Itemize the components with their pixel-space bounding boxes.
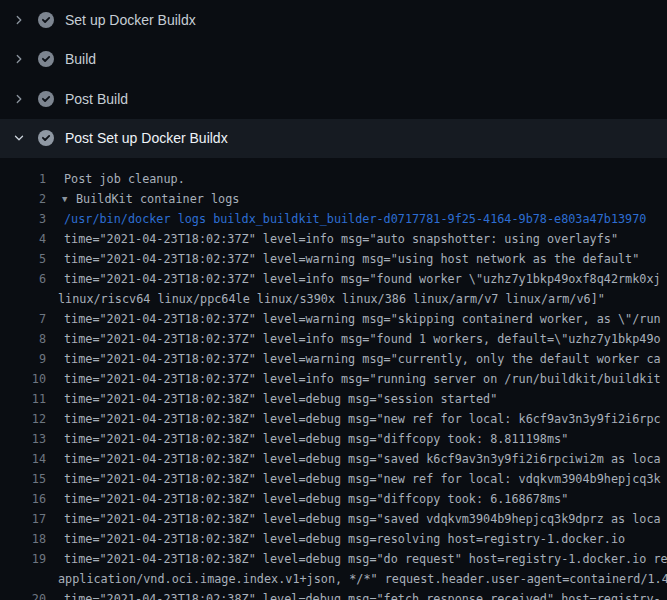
log-line-text: application/vnd.oci.image.index.v1+json,… [58,569,667,589]
log-line: 3 /usr/bin/docker logs buildx_buildkit_b… [0,209,667,229]
log-line-number[interactable]: 1 [0,169,46,189]
step-row-collapsed[interactable]: Build [0,40,667,80]
log-line-number[interactable]: 12 [0,409,46,429]
log-line-text: time="2021-04-23T18:02:38Z" level=debug … [64,529,625,549]
chevron-icon[interactable] [12,13,26,27]
log-line-number[interactable]: 8 [0,329,46,349]
log-line: 12 time="2021-04-23T18:02:38Z" level=deb… [0,409,667,429]
chevron-icon[interactable] [12,92,26,106]
log-line: 20 time="2021-04-23T18:02:38Z" level=deb… [0,589,667,600]
log-line-text: Post job cleanup. [64,169,185,189]
step-row-collapsed[interactable]: Set up Docker Buildx [0,0,667,40]
log-line-text: time="2021-04-23T18:02:38Z" level=debug … [64,449,661,469]
group-collapse-triangle-icon[interactable]: ▼ [62,189,72,209]
log-line-text: time="2021-04-23T18:02:37Z" level=info m… [64,329,661,349]
log-line-number[interactable]: 15 [0,469,46,489]
log-line: 17 time="2021-04-23T18:02:38Z" level=deb… [0,509,667,529]
log-line-number[interactable]: 2 [0,189,46,209]
step-label: Build [65,51,96,67]
check-circle-icon [38,12,54,28]
log-line-text: time="2021-04-23T18:02:37Z" level=warnin… [64,309,661,329]
log-line-text: time="2021-04-23T18:02:37Z" level=info m… [64,229,618,249]
log-line: 19 time="2021-04-23T18:02:38Z" level=deb… [0,549,667,569]
log-line-text: time="2021-04-23T18:02:37Z" level=info m… [64,269,661,289]
log-line: 7 time="2021-04-23T18:02:37Z" level=warn… [0,309,667,329]
log-line-text: time="2021-04-23T18:02:38Z" level=debug … [64,549,667,569]
log-line-text: linux/riscv64 linux/ppc64le linux/s390x … [58,289,605,309]
log-line: 1 Post job cleanup. [0,169,667,189]
log-line: 8 time="2021-04-23T18:02:37Z" level=info… [0,329,667,349]
step-row-collapsed[interactable]: Post Build [0,79,667,119]
step-label: Post Build [65,91,128,107]
log-line-text: time="2021-04-23T18:02:37Z" level=info m… [64,369,661,389]
check-circle-icon [38,130,54,146]
log-line-text: time="2021-04-23T18:02:37Z" level=warnin… [64,349,661,369]
step-row-expanded[interactable]: Post Set up Docker Buildx [0,119,667,159]
log-line-number[interactable]: 5 [0,249,46,269]
log-line-text: time="2021-04-23T18:02:38Z" level=debug … [64,429,568,449]
log-line: 15 time="2021-04-23T18:02:38Z" level=deb… [0,469,667,489]
step-label: Set up Docker Buildx [65,12,196,28]
log-line-text: time="2021-04-23T18:02:38Z" level=debug … [64,509,661,529]
log-line-number[interactable]: 14 [0,449,46,469]
log-line: 11 time="2021-04-23T18:02:38Z" level=deb… [0,389,667,409]
log-line-text: time="2021-04-23T18:02:37Z" level=warnin… [64,249,639,269]
log-line-number[interactable]: 11 [0,389,46,409]
log-line-text: /usr/bin/docker logs buildx_buildkit_bui… [64,209,646,229]
chevron-icon[interactable] [12,52,26,66]
log-line: 10 time="2021-04-23T18:02:37Z" level=inf… [0,369,667,389]
log-line-text: time="2021-04-23T18:02:38Z" level=debug … [64,389,497,409]
workflow-log-panel: Set up Docker Buildx Build Post Buil [0,0,667,600]
check-circle-icon [38,91,54,107]
log-line-number[interactable]: 13 [0,429,46,449]
log-line-number[interactable]: 10 [0,369,46,389]
log-line-number[interactable] [0,289,46,309]
log-line-number[interactable] [0,569,46,589]
log-line-number[interactable]: 16 [0,489,46,509]
log-line: 5 time="2021-04-23T18:02:37Z" level=warn… [0,249,667,269]
log-line: 18 time="2021-04-23T18:02:38Z" level=deb… [0,529,667,549]
log-area: 1 Post job cleanup. 2 ▼BuildKit containe… [0,158,667,600]
log-line-number[interactable]: 9 [0,349,46,369]
log-line: application/vnd.oci.image.index.v1+json,… [0,569,667,589]
log-line-number[interactable]: 19 [0,549,46,569]
log-line: 9 time="2021-04-23T18:02:37Z" level=warn… [0,349,667,369]
log-line: 4 time="2021-04-23T18:02:37Z" level=info… [0,229,667,249]
log-line-number[interactable]: 3 [0,209,46,229]
log-line: 13 time="2021-04-23T18:02:38Z" level=deb… [0,429,667,449]
log-line: 6 time="2021-04-23T18:02:37Z" level=info… [0,269,667,289]
log-line-number[interactable]: 6 [0,269,46,289]
log-line-text: time="2021-04-23T18:02:38Z" level=debug … [64,409,661,429]
log-line: 2 ▼BuildKit container logs [0,189,667,209]
log-line-text: time="2021-04-23T18:02:38Z" level=debug … [64,469,661,489]
step-label: Post Set up Docker Buildx [65,130,228,146]
log-line-text: time="2021-04-23T18:02:38Z" level=debug … [64,489,568,509]
log-line-text: BuildKit container logs [76,189,239,209]
steps-list: Set up Docker Buildx Build Post Buil [0,0,667,158]
chevron-icon[interactable] [12,131,26,145]
log-line: 16 time="2021-04-23T18:02:38Z" level=deb… [0,489,667,509]
check-circle-icon [38,51,54,67]
log-line-number[interactable]: 18 [0,529,46,549]
log-line-number[interactable]: 7 [0,309,46,329]
log-line-number[interactable]: 20 [0,589,46,600]
log-line-text: time="2021-04-23T18:02:38Z" level=debug … [64,589,661,600]
log-line-number[interactable]: 17 [0,509,46,529]
log-line: linux/riscv64 linux/ppc64le linux/s390x … [0,289,667,309]
log-line: 14 time="2021-04-23T18:02:38Z" level=deb… [0,449,667,469]
log-line-number[interactable]: 4 [0,229,46,249]
